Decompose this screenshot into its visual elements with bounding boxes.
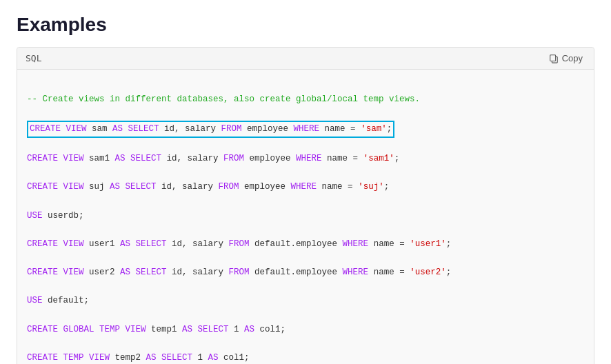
code-body: -- Create views in different databases, …: [17, 70, 594, 364]
code-line4: USE userdb;: [27, 209, 584, 223]
code-line1-highlighted: CREATE VIEW sam AS SELECT id, salary FRO…: [27, 121, 394, 138]
code-line1: CREATE VIEW sam AS SELECT id, salary FRO…: [27, 121, 584, 138]
code-line2: CREATE VIEW sam1 AS SELECT id, salary FR…: [27, 152, 584, 166]
code-line6: CREATE VIEW user2 AS SELECT id, salary F…: [27, 265, 584, 280]
code-lang-label: SQL: [26, 53, 41, 63]
code-block: SQL Copy -- Create views in different da…: [17, 47, 594, 364]
svg-rect-1: [550, 54, 555, 61]
code-comment1: -- Create views in different databases, …: [27, 92, 584, 107]
page-title: Examples: [17, 14, 594, 36]
code-line3: CREATE VIEW suj AS SELECT id, salary FRO…: [27, 180, 584, 194]
copy-button[interactable]: Copy: [546, 52, 585, 65]
code-header: SQL Copy: [17, 48, 594, 70]
copy-icon: [549, 54, 559, 63]
code-line9: CREATE TEMP VIEW temp2 AS SELECT 1 AS co…: [27, 351, 584, 364]
code-line8: CREATE GLOBAL TEMP VIEW temp1 AS SELECT …: [27, 323, 584, 337]
code-line7: USE default;: [27, 294, 584, 308]
code-line5: CREATE VIEW user1 AS SELECT id, salary F…: [27, 237, 584, 252]
copy-label: Copy: [562, 53, 583, 63]
